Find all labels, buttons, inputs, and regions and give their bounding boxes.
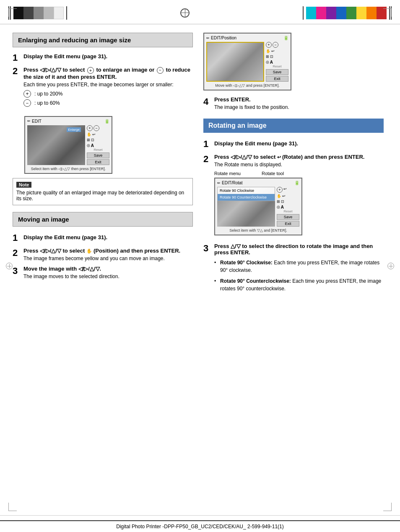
- step1-content: Display the Edit menu (page 31).: [23, 53, 107, 62]
- s2-icon-zoom-in: +: [266, 42, 272, 48]
- move-section-header: Moving an image: [13, 212, 193, 227]
- color-block-magenta: [316, 7, 326, 19]
- screen3-title: ✏ EDIT/Rotat: [217, 181, 242, 185]
- screen2-battery: 🔋: [283, 36, 288, 40]
- pencil-icon: ✏: [27, 119, 31, 123]
- color-block-darkgray: [23, 7, 34, 19]
- color-block-white: [54, 7, 64, 19]
- rotate-step2-num: 2: [203, 154, 212, 239]
- note-text: The picture quality of an enlarged image…: [16, 190, 189, 201]
- screen2-icons: + − ✋ ↩ ⊞ ⊡ ◎ A: [266, 42, 288, 65]
- s2-icon-circle: ◎: [266, 60, 269, 65]
- screen2-image: [206, 42, 264, 82]
- screen1-icons: + − ✋ ↩ ⊞ ⊡ ◎ A: [87, 125, 109, 148]
- rotate-step3-num: 3: [203, 243, 212, 296]
- screen3-icon-row1: + ↩: [277, 187, 299, 193]
- rotate-step2: 2 Press ◁/▷/△/▽ to select ↩ (Rotate) and…: [203, 154, 384, 239]
- model-name: Digital Photo Printer -DPP-FP50_GB_UC2/C…: [116, 524, 284, 529]
- move-step1: 1 Display the Edit menu (page 31).: [13, 232, 193, 243]
- screen3-icon-row3: ⊞ ⊡: [277, 199, 299, 204]
- zoom-in-icon-row: +: [23, 90, 31, 98]
- header-center: [67, 8, 303, 18]
- screen1-body: Enlarge + − ✋ ↩ ⊞ ⊡: [27, 125, 109, 165]
- enlarge-section-header: Enlarging and reducing an image size: [13, 33, 193, 47]
- enlarge-step1: 1 Display the Edit menu (page 31).: [13, 53, 193, 62]
- rotate-bullet-list: • Rotate 90° Clockwise: Each time you pr…: [214, 259, 384, 292]
- s2-icon-rotate: ↩: [271, 49, 275, 53]
- move-step2-content: Press ◁/▷/△/▽ to select ✋ (Position) and…: [23, 248, 180, 261]
- color-block-purple: [326, 7, 336, 19]
- screen2-icon-row1: + −: [266, 42, 288, 48]
- color-block-lightgray: [44, 7, 54, 19]
- right-color-blocks: [306, 7, 387, 19]
- header-left-section: [8, 6, 67, 20]
- s3-rotate-icon: ↩: [283, 187, 287, 193]
- s2-icon-zoom-out: −: [273, 42, 278, 48]
- bullet-item-ccw: • Rotate 90° Counterclockwise: Each time…: [214, 277, 384, 292]
- rotate-step2-text: Press ◁/▷/△/▽ to select ↩ (Rotate) and t…: [214, 154, 364, 160]
- rotate-menu-labels: Rotate menu Rotate tool: [214, 171, 364, 176]
- screen2-body: + − ✋ ↩ ⊞ ⊡ ◎ A: [206, 42, 288, 82]
- color-block-orange: [366, 7, 377, 19]
- screen3-icon-row4: ◎ A: [277, 205, 299, 209]
- rotate-step1-num: 1: [203, 139, 212, 150]
- move-step4-sub: The image is fixed to the position.: [214, 104, 289, 110]
- icon-zoom-in-s: +: [87, 125, 93, 131]
- icon-move: ✋: [87, 132, 91, 137]
- bullet-item-cw: • Rotate 90° Clockwise: Each time you pr…: [214, 259, 384, 274]
- step2-sub: Each time you press ENTER, the image bec…: [23, 82, 193, 88]
- move-step3-content: Move the image with ◁/▷/△/▽. The image m…: [23, 266, 119, 279]
- screen1-image: Enlarge: [27, 125, 85, 165]
- bullet1-title: Rotate 90° Clockwise:: [220, 260, 273, 266]
- move-step1-num: 1: [13, 232, 21, 243]
- rotate-icon-inline: ↩: [277, 155, 282, 160]
- screen3-battery: 🔋: [294, 181, 299, 185]
- enlarge-highlight: Enlarge: [67, 127, 81, 132]
- icon-grid: ⊞: [87, 138, 90, 142]
- zoom-out-icon-row: −: [23, 99, 31, 107]
- color-block-blue: [336, 7, 346, 19]
- s2-icon-grid: ⊞: [266, 54, 269, 59]
- corner-mark-tl: [8, 8, 17, 17]
- main-content: Enlarging and reducing an image size 1 D…: [0, 24, 400, 506]
- s3-zoom-in: +: [277, 187, 283, 193]
- move-step4-num: 4: [203, 96, 212, 110]
- screen3-icons: + ↩ ✋ ↩ ⊞ ⊡: [277, 187, 299, 209]
- rotate-step3-content: Press △/▽ to select the direction to rot…: [214, 243, 384, 296]
- s2-icon-move: ✋: [266, 49, 270, 53]
- screen3-buttons: Reset Save Exit: [277, 209, 299, 227]
- screen1-title: ✏ EDIT: [27, 119, 42, 124]
- rotate-section-header: Rotating an image: [203, 119, 384, 133]
- rotate-cw-item: Rotate 90 Clockwise: [218, 187, 275, 194]
- screen2-header: ✏ EDIT/Position 🔋: [206, 36, 288, 40]
- rotate-menu-label: Rotate menu: [214, 171, 241, 176]
- rotate-step2-content: Press ◁/▷/△/▽ to select ↩ (Rotate) and t…: [214, 154, 364, 239]
- screen2-icon-row4: ◎ A: [266, 60, 288, 65]
- move-step3-sub: The image moves to the selected directio…: [23, 274, 119, 279]
- screen1-header: ✏ EDIT 🔋: [27, 119, 109, 124]
- position-icon: ✋: [86, 248, 94, 253]
- rotate-step1: 1 Display the Edit menu (page 31).: [203, 139, 384, 150]
- move-step2-text: Press ◁/▷/△/▽ to select ✋ (Position) and…: [23, 248, 180, 254]
- screen2-title: ✏ EDIT/Position: [206, 36, 236, 40]
- screen2-caption: Move with ◁▷△▽ and press [ENTER].: [206, 83, 288, 88]
- right-column: ✏ EDIT/Position 🔋 + − ✋ ↩: [203, 33, 384, 498]
- s3-save-btn: Save: [277, 214, 299, 220]
- step2-main: Press ◁/▷/△/▽ to select + to enlarge an …: [23, 67, 193, 80]
- step2-number: 2: [13, 67, 21, 111]
- move-step3-num: 3: [13, 266, 21, 279]
- s3-icon-a: A: [281, 205, 284, 209]
- s2-exit-btn: Exit: [266, 76, 288, 82]
- step1-text: Display the Edit menu (page 31).: [23, 53, 107, 59]
- header-right-section: [303, 6, 392, 20]
- s3-reset-label: Reset: [277, 209, 299, 213]
- s2-reset-label: Reset: [266, 65, 288, 68]
- color-block-green: [346, 7, 356, 19]
- s3-icon-grid: ⊞: [277, 199, 280, 204]
- screen3-header: ✏ EDIT/Rotat 🔋: [217, 181, 299, 185]
- rotate-step3-text: Press △/▽ to select the direction to rot…: [214, 243, 384, 256]
- vertical-rule-center-right: [303, 6, 304, 20]
- step1-number: 1: [13, 53, 21, 62]
- screen3-body: Rotate 90 Clockwise Rotate 90 Counterclo…: [217, 187, 299, 227]
- color-block-cyan: [306, 7, 316, 19]
